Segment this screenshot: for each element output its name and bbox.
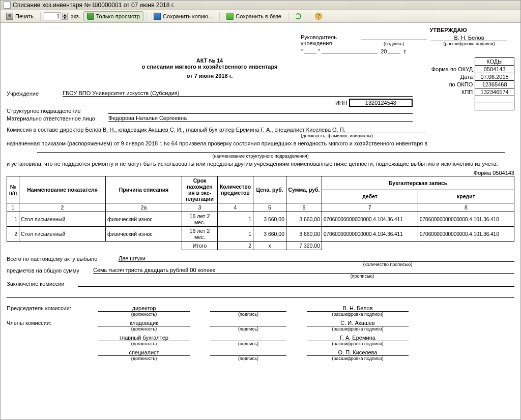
year-prefix: 20: [381, 48, 387, 54]
inn-value: 1320124548: [349, 99, 413, 107]
total-line1-val: Две штуки: [119, 255, 514, 262]
help-button[interactable]: ?: [311, 11, 326, 21]
table-row: 1Стол письменныйфизический износ16 лет 2…: [7, 212, 514, 227]
org-label: Учреждение: [7, 91, 63, 97]
th-num: № п/п: [7, 176, 19, 203]
window-title: Списание хоз.инвентаря № Ш0000001 от 07 …: [13, 2, 175, 9]
month-line: [322, 47, 378, 53]
colnum: 4: [218, 203, 253, 212]
total-label: Итого: [182, 242, 218, 250]
total-line2-val: Семь тысяч триста двадцать рублей 00 коп…: [93, 267, 514, 274]
separator: [219, 12, 220, 21]
document-page: УТВЕРЖДАЮ Руководитель учреждения (подпи…: [1, 23, 520, 419]
act-title: АКТ № 14: [7, 57, 413, 64]
empty-code: [475, 103, 514, 110]
org-value: ГБОУ ВПО Университет искусств (Субсидия): [63, 90, 413, 97]
date-value: 07.06.2018: [475, 73, 514, 81]
kpp-label: КПП: [431, 88, 475, 96]
colnum: 1: [7, 203, 19, 212]
refresh-button[interactable]: [292, 12, 305, 21]
signature-line: [361, 34, 427, 40]
colnum: 8: [418, 203, 514, 212]
approve-title: УТВЕРЖДАЮ: [382, 27, 514, 33]
signature-row: Председатель комиссии:директор(должность…: [7, 305, 514, 317]
lock-icon: [87, 13, 94, 20]
separator: [308, 12, 308, 21]
quote: ": [318, 48, 320, 54]
separator: [288, 12, 288, 21]
total-qty: 2: [218, 242, 253, 250]
total-line2-cap: (прописью): [7, 274, 514, 279]
order-text: назначенная приказом (распоряжением) от …: [7, 140, 514, 146]
date-label: Дата: [431, 73, 475, 81]
table-row: 2Стол письменныйфизический износ16 лет 2…: [7, 227, 514, 242]
total-line2-label: предметов на общую сумму: [7, 267, 93, 274]
colnum: 2а: [106, 203, 182, 212]
okud-label: Форма по ОКУД: [431, 66, 475, 73]
codes-block: КОДЫ Форма по ОКУД0504143 Дата07.06.2018…: [431, 57, 514, 110]
decode-caption: (расшифровка подписи): [431, 41, 507, 46]
save-copy-label: Сохранить копию...: [163, 13, 213, 19]
total-line1-cap: (количество прописью): [7, 262, 514, 267]
conclusion-line2: [7, 292, 514, 298]
total-price: х: [253, 242, 286, 250]
total-sum: 7 320,00: [286, 242, 322, 250]
colnum: 2: [19, 203, 106, 212]
commission-members: директор Белов В. Н., кладовщик Акашев С…: [60, 127, 426, 133]
save-copy-button[interactable]: Сохранить копию...: [150, 11, 216, 21]
help-icon: ?: [315, 13, 322, 20]
th-price: Цена, руб.: [253, 176, 286, 203]
copies-spinner[interactable]: ▲▼: [62, 13, 68, 20]
separator: [147, 12, 147, 21]
signature-row: главный бухгалтер(должность) (подпись)Г.…: [7, 335, 514, 346]
save-db-label: Сохранить в базе: [236, 13, 281, 19]
struct-value: [108, 108, 413, 114]
signature-row: специалист(должность) (подпись)О. П. Кис…: [7, 349, 514, 361]
print-button[interactable]: Печать: [3, 11, 37, 21]
quote: ": [301, 48, 303, 54]
th-qty: Количество предметов: [218, 176, 253, 203]
mol-value: Федорова Наталья Сергеевна: [108, 115, 413, 122]
disk-icon: [154, 13, 161, 20]
mol-label: Материально ответственное лицо: [7, 115, 108, 122]
th-name: Наименование показателя: [19, 176, 106, 203]
view-only-button[interactable]: Только просмотр: [83, 11, 143, 21]
head-label: Руководитель учреждения: [301, 34, 357, 46]
save-db-button[interactable]: Сохранить в базе: [223, 11, 285, 21]
struct-label: Структурное подразделение: [7, 108, 108, 114]
th-credit: кредит: [418, 190, 514, 203]
kpp-value: 132346574: [475, 88, 514, 96]
conclusion-line: [78, 281, 514, 287]
year-line: [388, 47, 400, 53]
th-acc: Бухгалтерская запись: [322, 176, 514, 190]
year-g: г.: [404, 48, 407, 54]
head-name: В. Н. Белов: [431, 35, 507, 41]
inn-label: ИНН: [335, 100, 348, 106]
commission-caption: (должность, фамилия, инициалы): [7, 133, 514, 138]
form-ref: Форма 0504143: [7, 170, 514, 176]
print-icon: [6, 13, 13, 20]
th-term: Срок нахожден ия в экс- плуатации: [182, 176, 218, 203]
database-icon: [226, 13, 234, 20]
th-debit: дебет: [322, 190, 418, 203]
colnum: 5: [253, 203, 286, 212]
th-sum: Сумма, руб.: [286, 176, 322, 203]
conclusion-label: Заключение комиссии: [7, 281, 78, 287]
signature-row: Члены комиссии:кладовщик(должность) (под…: [7, 320, 514, 332]
document-icon: [4, 2, 11, 9]
copies-input[interactable]: [44, 12, 61, 20]
codes-header: КОДЫ: [475, 58, 514, 66]
commission-intro: Комиссия в составе: [7, 127, 58, 133]
items-table: № п/п Наименование показателя Причина сп…: [7, 176, 514, 250]
colnum: 3: [182, 203, 218, 212]
finding-text: и установила, что не поддаются ремонту и…: [7, 161, 514, 167]
where-caption: (наименование структурного подразделения…: [7, 154, 514, 159]
okud-value: 0504143: [475, 66, 514, 73]
refresh-icon: [295, 13, 301, 19]
toolbar: Печать ▲▼ экз. Только просмотр Сохранить…: [1, 10, 520, 23]
colnum: 7: [322, 203, 418, 212]
okpo-label: по ОКПО: [431, 81, 475, 88]
where-line: [37, 146, 505, 153]
okpo-value: 12365468: [475, 81, 514, 88]
titlebar: Списание хоз.инвентаря № Ш0000001 от 07 …: [1, 1, 520, 10]
